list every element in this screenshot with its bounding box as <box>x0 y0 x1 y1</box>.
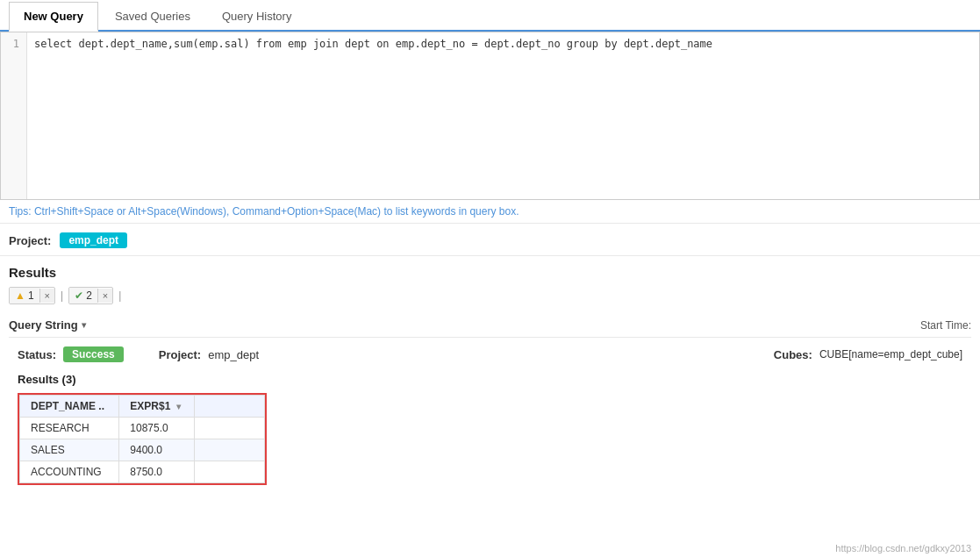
table-row: ACCOUNTING 8750.0 <box>20 461 265 483</box>
project-badge[interactable]: emp_dept <box>60 232 127 248</box>
results-table-wrapper: DEPT_NAME .. EXPR$1 ▾ RESEARCH 10875.0 S… <box>18 393 267 485</box>
cell-expr1-2: 9400.0 <box>119 439 195 461</box>
cell-expr1-1: 10875.0 <box>119 418 195 439</box>
status-row: Status: Success Project: emp_dept Cubes:… <box>9 346 971 362</box>
results-title: Results <box>9 265 971 280</box>
results-section: Results ▲ 1 × | ✔ 2 × | Query String ▾ S… <box>0 256 980 496</box>
project-status-label: Project: <box>159 348 201 361</box>
tab-saved-queries[interactable]: Saved Queries <box>100 2 205 32</box>
cell-extra-3 <box>195 461 265 483</box>
table-header-row: DEPT_NAME .. EXPR$1 ▾ <box>20 396 265 418</box>
project-status-value: emp_dept <box>208 348 259 361</box>
cell-extra-2 <box>195 439 265 461</box>
main-tabs: New Query Saved Queries Query History <box>0 0 980 32</box>
project-item: Project: emp_dept <box>159 348 259 361</box>
cell-dept-name-1: RESEARCH <box>20 418 119 439</box>
project-section: Project: emp_dept <box>0 224 980 256</box>
line-numbers: 1 <box>1 32 27 199</box>
check-icon: ✔ <box>75 289 83 302</box>
cubes-label: Cubes: <box>774 348 812 361</box>
tab-separator-1: | <box>59 289 65 302</box>
tab-separator-2: | <box>117 289 123 302</box>
status-item: Status: Success <box>18 346 124 362</box>
results-count: Results (3) <box>9 373 971 386</box>
query-string-label: Query String <box>9 318 78 332</box>
cell-dept-name-2: SALES <box>20 439 119 461</box>
project-label: Project: <box>9 234 51 247</box>
tips-text: Tips: Ctrl+Shift+Space or Alt+Space(Wind… <box>0 200 980 224</box>
result-tab-2-close[interactable]: × <box>97 289 112 303</box>
result-tab-1-number: 1 <box>28 289 34 302</box>
result-tab-2-label: ✔ 2 <box>69 288 97 303</box>
status-label: Status: <box>18 348 56 361</box>
tab-query-history[interactable]: Query History <box>207 2 306 32</box>
query-string-bar: Query String ▾ Start Time: <box>9 313 971 338</box>
query-string-toggle[interactable]: Query String ▾ <box>9 318 86 332</box>
result-tab-2-number: 2 <box>86 289 92 302</box>
result-tab-1-label: ▲ 1 <box>10 288 39 303</box>
col-expr1[interactable]: EXPR$1 ▾ <box>119 396 195 418</box>
result-tab-1[interactable]: ▲ 1 × <box>9 287 55 304</box>
col-extra <box>195 396 265 418</box>
result-tab-1-close[interactable]: × <box>39 289 54 303</box>
result-tabs: ▲ 1 × | ✔ 2 × | <box>9 287 971 304</box>
tab-new-query[interactable]: New Query <box>9 2 98 32</box>
results-table: DEPT_NAME .. EXPR$1 ▾ RESEARCH 10875.0 S… <box>19 395 265 483</box>
cell-extra-1 <box>195 418 265 439</box>
result-tab-2[interactable]: ✔ 2 × <box>68 287 113 304</box>
cubes-item: Cubes: CUBE[name=emp_dept_cube] <box>774 348 962 361</box>
line-number-1: 1 <box>13 38 19 50</box>
query-editor-input[interactable]: select dept.dept_name,sum(emp.sal) from … <box>27 32 979 199</box>
cubes-value: CUBE[name=emp_dept_cube] <box>819 348 962 361</box>
query-string-arrow: ▾ <box>82 320 86 330</box>
start-time-label: Start Time: <box>920 319 971 332</box>
col-expr1-sort-icon: ▾ <box>176 402 181 411</box>
cell-dept-name-3: ACCOUNTING <box>20 461 119 483</box>
warn-icon: ▲ <box>15 289 25 302</box>
cell-expr1-3: 8750.0 <box>119 461 195 483</box>
table-row: RESEARCH 10875.0 <box>20 418 265 439</box>
col-dept-name[interactable]: DEPT_NAME .. <box>20 396 119 418</box>
status-badge: Success <box>63 346 124 362</box>
query-editor-area: 1 select dept.dept_name,sum(emp.sal) fro… <box>0 32 980 200</box>
table-row: SALES 9400.0 <box>20 439 265 461</box>
